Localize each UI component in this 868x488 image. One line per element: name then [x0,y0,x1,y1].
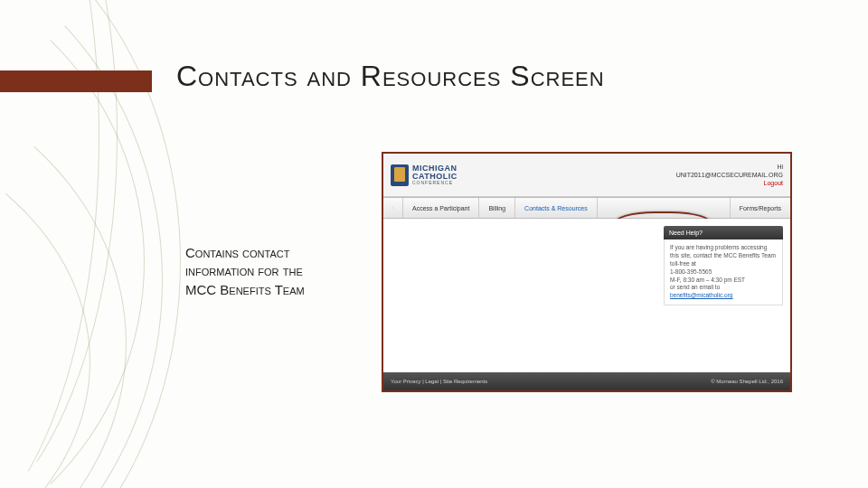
app-footer: Your Privacy | Legal | Site Requirements… [383,372,790,390]
nav-forms[interactable]: Forms/Reports [730,198,790,218]
user-greeting: Hi [676,163,783,171]
app-body: Need Help? If you are having problems ac… [383,219,790,372]
accent-bar [0,70,152,92]
nav-home-icon[interactable] [383,198,403,218]
app-screenshot: MICHIGAN CATHOLIC CONFERENCE Hi UNIT2011… [382,152,792,392]
body-text: Contains contact information for the MCC… [185,244,305,299]
app-logo: MICHIGAN CATHOLIC CONFERENCE [391,164,458,186]
logo-icon [391,164,409,186]
logout-link[interactable]: Logout [676,179,783,187]
app-nav: Access a Participant Billing Contacts & … [383,197,790,219]
footer-left: Your Privacy | Legal | Site Requirements [391,379,487,384]
help-panel: Need Help? If you are having problems ac… [664,226,783,305]
decorative-line [0,108,90,488]
nav-billing[interactable]: Billing [479,198,515,218]
nav-access[interactable]: Access a Participant [403,198,479,218]
user-info: Hi UNIT2011@MCCSECUREMAIL.ORG Logout [676,163,783,187]
help-hours: M-F, 8:30 am – 4:30 pm EST [670,277,777,285]
user-email: UNIT2011@MCCSECUREMAIL.ORG [676,171,783,179]
nav-contacts[interactable]: Contacts & Resources [515,198,598,218]
help-title: Need Help? [664,226,783,239]
body-line: information for the [185,262,305,280]
help-text: If you are having problems accessing thi… [670,244,777,260]
app-header: MICHIGAN CATHOLIC CONFERENCE Hi UNIT2011… [383,154,790,197]
body-line: Contains contact [185,244,305,262]
footer-right: © Morneau Shepell Ltd., 2016 [711,379,783,384]
body-line: MCC Benefits Team [185,281,305,299]
slide: Contacts and Resources Screen Contains c… [0,0,868,488]
help-phone: 1-800-395-5565 [670,268,777,277]
slide-title: Contacts and Resources Screen [176,60,605,93]
decorative-line [0,54,127,488]
help-body: If you are having problems accessing thi… [664,239,783,305]
help-text: toll-free at [670,260,777,268]
logo-text: MICHIGAN CATHOLIC CONFERENCE [412,164,458,185]
help-email-link[interactable]: benefits@micatholic.org [670,292,732,298]
logo-line: CONFERENCE [412,181,458,185]
help-text: or send an email to [670,284,777,292]
